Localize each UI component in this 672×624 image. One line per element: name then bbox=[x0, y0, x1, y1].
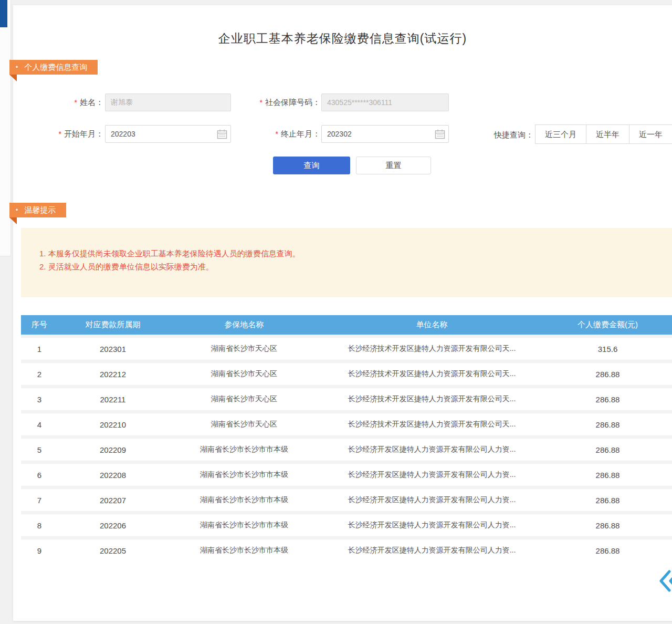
quick-query-label: 快捷查询： bbox=[487, 125, 533, 143]
cell-amount: 286.88 bbox=[543, 420, 672, 429]
cell-insured-place: 湖南省长沙市天心区 bbox=[168, 394, 320, 404]
table-row: 5 202209 湖南省长沙市长沙市市本级 长沙经济开发区捷特人力资源开发有限公… bbox=[21, 439, 672, 461]
payment-records-table: 序号 对应费款所属期 参保地名称 单位名称 个人缴费金额(元) 1 202301… bbox=[21, 315, 672, 561]
table-row: 9 202205 湖南省长沙市长沙市市本级 长沙经济开发区捷特人力资源开发有限公… bbox=[21, 539, 672, 561]
double-chevron-left-icon bbox=[658, 567, 672, 595]
cell-index: 1 bbox=[21, 345, 58, 353]
end-month-field[interactable] bbox=[321, 125, 449, 143]
collapse-panel-button[interactable] bbox=[658, 567, 672, 595]
name-field[interactable] bbox=[105, 93, 231, 111]
cell-company: 长沙经济开发区捷特人力资源开发有限公司人力资... bbox=[320, 546, 543, 555]
badge-ribbon-fold bbox=[9, 217, 17, 224]
column-header-company: 单位名称 bbox=[320, 320, 543, 330]
section-badge-label: 个人缴费信息查询 bbox=[24, 63, 87, 71]
cell-company: 长沙经济开发区捷特人力资源开发有限公司人力资... bbox=[320, 470, 543, 480]
cell-period: 202209 bbox=[58, 445, 168, 454]
column-header-insured-place: 参保地名称 bbox=[168, 320, 320, 330]
quick-query-1year-button[interactable]: 近一年 bbox=[629, 124, 672, 144]
table-row: 1 202301 湖南省长沙市天心区 长沙经济技术开发区捷特人力资源开发有限公司… bbox=[21, 338, 672, 360]
cell-insured-place: 湖南省长沙市长沙市市本级 bbox=[168, 546, 320, 555]
cell-company: 长沙经济技术开发区捷特人力资源开发有限公司天... bbox=[320, 394, 543, 404]
top-left-blue-bar bbox=[0, 0, 7, 27]
table-row: 2 202212 湖南省长沙市天心区 长沙经济技术开发区捷特人力资源开发有限公司… bbox=[21, 363, 672, 385]
cell-index: 8 bbox=[21, 521, 58, 530]
tips-line: 1. 本服务仅提供尚未领取企业职工基本养老保险待遇人员的缴费信息查询。 bbox=[39, 247, 672, 260]
cell-amount: 286.88 bbox=[543, 395, 672, 404]
cell-period: 202210 bbox=[58, 420, 168, 429]
cell-amount: 286.88 bbox=[543, 546, 672, 555]
cell-insured-place: 湖南省长沙市天心区 bbox=[168, 420, 320, 429]
tips-notice-box: 1. 本服务仅提供尚未领取企业职工基本养老保险待遇人员的缴费信息查询。 2. 灵… bbox=[21, 228, 672, 297]
page-title: 企业职工基本养老保险缴费信息查询(试运行) bbox=[13, 30, 672, 47]
tips-badge-label: 温馨提示 bbox=[24, 205, 56, 214]
table-row: 8 202206 湖南省长沙市长沙市市本级 长沙经济开发区捷特人力资源开发有限公… bbox=[21, 514, 672, 536]
required-asterisk: * bbox=[75, 98, 77, 107]
cell-amount: 286.88 bbox=[543, 370, 672, 379]
cell-amount: 286.88 bbox=[543, 521, 672, 530]
required-asterisk: * bbox=[260, 98, 262, 107]
table-row: 4 202210 湖南省长沙市天心区 长沙经济技术开发区捷特人力资源开发有限公司… bbox=[21, 413, 672, 435]
required-asterisk: * bbox=[276, 130, 278, 138]
cell-index: 3 bbox=[21, 395, 58, 404]
badge-bullet-icon: • bbox=[16, 64, 18, 71]
query-button[interactable]: 查询 bbox=[273, 157, 350, 174]
quick-query-button-group: 近三个月 近半年 近一年 bbox=[536, 124, 672, 144]
ssn-label: *社会保障号码： bbox=[239, 93, 320, 111]
start-month-label: *开始年月： bbox=[45, 125, 103, 143]
cell-amount: 286.88 bbox=[543, 496, 672, 505]
cell-insured-place: 湖南省长沙市长沙市市本级 bbox=[168, 470, 320, 480]
column-header-period: 对应费款所属期 bbox=[58, 320, 168, 330]
required-asterisk: * bbox=[59, 130, 61, 138]
reset-button[interactable]: 重置 bbox=[356, 157, 431, 174]
section-badge-personal-payment-query: •个人缴费信息查询 bbox=[9, 60, 98, 75]
section-badge-tips: •温馨提示 bbox=[9, 203, 66, 217]
cell-index: 2 bbox=[21, 370, 58, 379]
cell-company: 长沙经济开发区捷特人力资源开发有限公司人力资... bbox=[320, 495, 543, 505]
cell-index: 7 bbox=[21, 496, 58, 505]
cell-insured-place: 湖南省长沙市天心区 bbox=[168, 344, 320, 353]
table-row: 3 202211 湖南省长沙市天心区 长沙经济技术开发区捷特人力资源开发有限公司… bbox=[21, 388, 672, 410]
cell-company: 长沙经济技术开发区捷特人力资源开发有限公司天... bbox=[320, 344, 543, 353]
cell-period: 202207 bbox=[58, 496, 168, 505]
badge-bullet-icon: • bbox=[16, 206, 18, 214]
cell-period: 202211 bbox=[58, 395, 168, 404]
cell-period: 202301 bbox=[58, 345, 168, 353]
cell-index: 4 bbox=[21, 420, 58, 429]
cell-period: 202205 bbox=[58, 546, 168, 555]
column-header-amount: 个人缴费金额(元) bbox=[543, 320, 672, 330]
column-header-index: 序号 bbox=[21, 320, 58, 330]
cell-insured-place: 湖南省长沙市长沙市市本级 bbox=[168, 495, 320, 505]
cell-index: 9 bbox=[21, 546, 58, 555]
cell-insured-place: 湖南省长沙市天心区 bbox=[168, 369, 320, 379]
name-label: *姓名： bbox=[45, 93, 103, 111]
cell-amount: 286.88 bbox=[543, 471, 672, 480]
table-row: 6 202208 湖南省长沙市长沙市市本级 长沙经济开发区捷特人力资源开发有限公… bbox=[21, 464, 672, 486]
cell-company: 长沙经济开发区捷特人力资源开发有限公司人力资... bbox=[320, 445, 543, 454]
table-row: 7 202207 湖南省长沙市长沙市市本级 长沙经济开发区捷特人力资源开发有限公… bbox=[21, 489, 672, 511]
quick-query-halfyear-button[interactable]: 近半年 bbox=[586, 124, 629, 144]
cell-index: 5 bbox=[21, 445, 58, 454]
table-header-row: 序号 对应费款所属期 参保地名称 单位名称 个人缴费金额(元) bbox=[21, 315, 672, 335]
badge-ribbon-fold bbox=[9, 75, 17, 81]
cell-company: 长沙经济技术开发区捷特人力资源开发有限公司天... bbox=[320, 369, 543, 379]
cell-insured-place: 湖南省长沙市长沙市市本级 bbox=[168, 521, 320, 530]
cell-period: 202206 bbox=[58, 521, 168, 530]
cell-insured-place: 湖南省长沙市长沙市市本级 bbox=[168, 445, 320, 454]
cell-index: 6 bbox=[21, 471, 58, 480]
main-panel: 企业职工基本养老保险缴费信息查询(试运行) •个人缴费信息查询 *姓名： *社会… bbox=[13, 5, 672, 621]
cell-period: 202212 bbox=[58, 370, 168, 379]
start-month-field[interactable] bbox=[105, 125, 231, 143]
cell-amount: 286.88 bbox=[543, 445, 672, 454]
end-month-label: *终止年月： bbox=[239, 125, 320, 143]
tips-line: 2. 灵活就业人员的缴费单位信息以实际缴费为准。 bbox=[39, 260, 672, 273]
cell-company: 长沙经济开发区捷特人力资源开发有限公司人力资... bbox=[320, 521, 543, 530]
quick-query-3months-button[interactable]: 近三个月 bbox=[535, 124, 586, 144]
cell-period: 202208 bbox=[58, 471, 168, 480]
cell-company: 长沙经济技术开发区捷特人力资源开发有限公司天... bbox=[320, 420, 543, 429]
cell-amount: 315.6 bbox=[543, 345, 672, 353]
ssn-field[interactable] bbox=[321, 93, 449, 111]
